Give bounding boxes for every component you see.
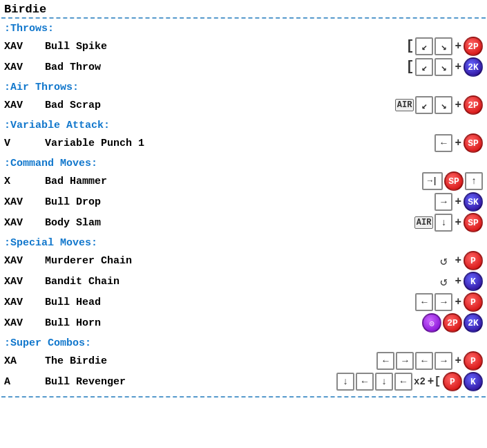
k-button: K — [464, 272, 483, 291]
right-icon: → — [396, 352, 414, 370]
2p-button: 2P — [443, 313, 462, 333]
down2-icon: ↓ — [375, 373, 393, 391]
ccw-icon: ↺ — [435, 272, 452, 290]
section-variable-attack: :Variable Attack: V Variable Punch 1 ← +… — [0, 115, 487, 153]
2p-button: 2P — [464, 37, 483, 56]
k-button: K — [464, 372, 483, 391]
2p-button: 2P — [464, 95, 483, 115]
table-row: XAV Murderer Chain ↺ + P — [0, 250, 487, 271]
command-moves-header: :Command Moves: — [0, 153, 487, 171]
left-back-icon: ↙ — [415, 37, 433, 55]
down-icon: ↓ — [336, 373, 354, 391]
page-title: Birdie — [0, 0, 487, 17]
special-moves-header: :Special Moves: — [0, 233, 487, 250]
left2-icon: ← — [415, 352, 433, 370]
sp-button: SP — [444, 171, 464, 191]
purple-circle-icon: ◎ — [422, 313, 441, 333]
bracket-icon: [ — [405, 39, 414, 53]
left-icon: ← — [356, 373, 374, 391]
left-icon: ← — [376, 352, 394, 370]
bottom-divider — [1, 396, 486, 398]
variable-attack-header: :Variable Attack: — [0, 115, 487, 133]
right-back-icon: ↘ — [435, 37, 452, 55]
table-row: XAV Bull Head ← → + P — [0, 292, 487, 312]
table-row: XAV Body Slam AIR ↓ + SP — [0, 212, 487, 233]
table-row: XAV Bull Spike [ ↙ ↘ + 2P — [0, 36, 487, 57]
p-button: P — [443, 372, 462, 391]
2k-button: 2K — [464, 57, 483, 77]
table-row: XAV Bull Drop → + SK — [0, 192, 487, 212]
throws-header: :Throws: — [0, 19, 487, 36]
table-row: X Bad Hammer →| SP ↑ — [0, 171, 487, 192]
x2-label: x2 — [414, 376, 426, 387]
p-button: P — [464, 251, 483, 270]
section-command-moves: :Command Moves: X Bad Hammer →| SP ↑ XAV… — [0, 153, 487, 233]
right-icon: → — [435, 293, 452, 311]
sp-button: SP — [464, 133, 483, 153]
right-back-icon: ↘ — [435, 58, 452, 76]
air-throws-header: :Air Throws: — [0, 77, 487, 95]
2k-button: 2K — [464, 313, 483, 333]
table-row: A Bull Revenger ↓ ← ↓ ← x2 +[ P K — [0, 371, 487, 392]
table-row: XAV Bull Horn ◎ 2P 2K — [0, 312, 487, 333]
right-dash-icon: →| — [422, 172, 443, 190]
air-tag: AIR — [395, 99, 414, 111]
section-special-moves: :Special Moves: XAV Murderer Chain ↺ + P… — [0, 233, 487, 333]
table-row: V Variable Punch 1 ← + SP — [0, 133, 487, 153]
left-back-icon: ↙ — [415, 58, 433, 76]
p-button: P — [464, 351, 483, 371]
table-row: XAV Bad Scrap AIR ↙ ↘ + 2P — [0, 95, 487, 115]
section-super-combos: :Super Combos: XA The Birdie ← → ← → + P… — [0, 333, 487, 392]
left-back-icon: ↙ — [415, 96, 433, 114]
air-tag: AIR — [414, 216, 434, 229]
p-button: P — [464, 292, 483, 312]
left-icon: ← — [435, 134, 452, 152]
super-combos-header: :Super Combos: — [0, 333, 487, 351]
sp-button: SP — [464, 213, 483, 232]
right-icon: → — [435, 193, 452, 211]
down-icon: ↓ — [435, 214, 452, 232]
up-icon: ↑ — [465, 172, 483, 190]
table-row: XAV Bad Throw [ ↙ ↘ + 2K — [0, 57, 487, 77]
right-back-icon: ↘ — [435, 96, 452, 114]
section-air-throws: :Air Throws: XAV Bad Scrap AIR ↙ ↘ + 2P — [0, 77, 487, 115]
table-row: XA The Birdie ← → ← → + P — [0, 351, 487, 371]
sk-button: SK — [464, 192, 483, 212]
bracket-icon: [ — [405, 60, 414, 74]
table-row: XAV Bandit Chain ↺ + K — [0, 271, 487, 292]
left2-icon: ← — [394, 373, 412, 391]
section-throws: :Throws: XAV Bull Spike [ ↙ ↘ + 2P XAV B… — [0, 19, 487, 77]
right2-icon: → — [435, 352, 452, 370]
ccw-icon: ↺ — [435, 252, 452, 270]
left-icon: ← — [415, 293, 433, 311]
